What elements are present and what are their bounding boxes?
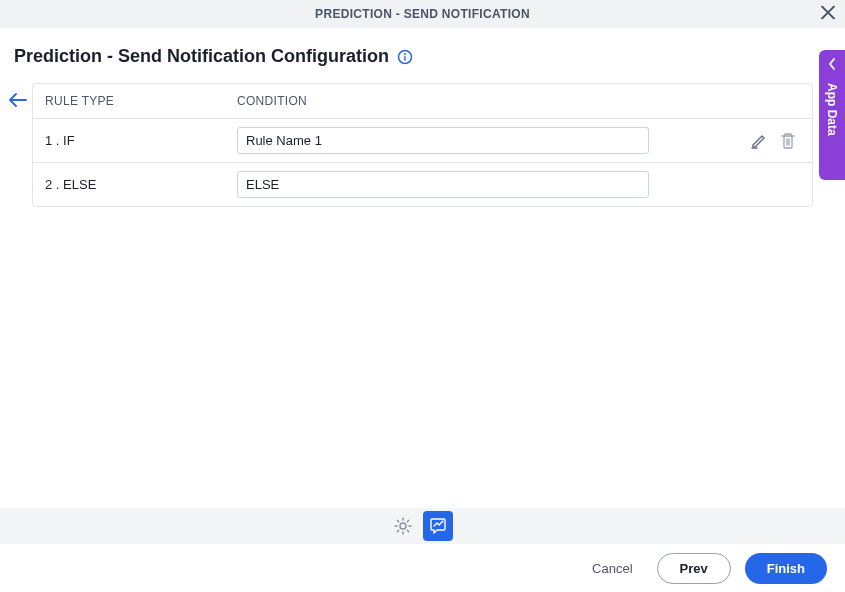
condition-input[interactable] (237, 171, 649, 198)
toolbar (0, 508, 845, 544)
rules-table: RULE TYPE CONDITION 1 . IF 2 . ELSE (32, 83, 813, 207)
th-condition: CONDITION (237, 94, 307, 108)
rule-type-cell: 1 . IF (45, 133, 237, 148)
svg-point-1 (404, 53, 406, 55)
chevron-left-icon (828, 58, 836, 73)
side-tab-app-data[interactable]: App Data (819, 50, 845, 180)
svg-rect-2 (404, 56, 405, 61)
svg-point-4 (441, 521, 443, 523)
table-row: 1 . IF (33, 118, 812, 162)
condition-input[interactable] (237, 127, 649, 154)
side-tab-label: App Data (825, 83, 839, 136)
table-header: RULE TYPE CONDITION (33, 84, 812, 118)
footer: Cancel Prev Finish (0, 544, 845, 592)
svg-point-3 (400, 523, 406, 529)
table-row: 2 . ELSE (33, 162, 812, 206)
top-bar-title: PREDICTION - SEND NOTIFICATION (315, 7, 530, 21)
th-rule-type: RULE TYPE (45, 94, 237, 108)
finish-button[interactable]: Finish (745, 553, 827, 584)
info-icon[interactable] (397, 49, 413, 65)
rule-type-cell: 2 . ELSE (45, 177, 237, 192)
edit-icon[interactable] (750, 132, 768, 150)
prev-button[interactable]: Prev (657, 553, 731, 584)
page-title-row: Prediction - Send Notification Configura… (0, 28, 845, 83)
cancel-button[interactable]: Cancel (582, 555, 642, 582)
page-title: Prediction - Send Notification Configura… (14, 46, 389, 67)
delete-icon[interactable] (780, 132, 796, 150)
back-arrow-icon[interactable] (8, 93, 28, 111)
chart-icon[interactable] (423, 511, 453, 541)
gear-icon[interactable] (393, 516, 413, 536)
close-icon[interactable] (821, 6, 835, 23)
top-bar: PREDICTION - SEND NOTIFICATION (0, 0, 845, 28)
